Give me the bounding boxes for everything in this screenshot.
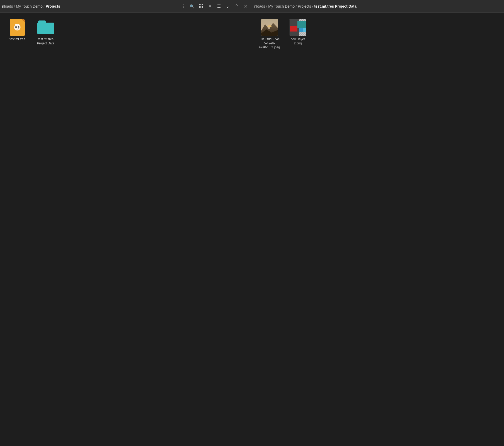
svg-rect-23	[303, 28, 306, 32]
right-file-content: _3f85f8d3-74e5-42e6-a2a0-1...2.jpeg	[252, 13, 504, 446]
svg-rect-0	[199, 4, 201, 5]
panels-container: nloads / My Touch Demo / Projects ⋮ 🔍	[0, 0, 504, 446]
list-view-button[interactable]: ☰	[215, 2, 223, 11]
svg-rect-3	[202, 6, 203, 8]
svg-rect-21	[297, 21, 306, 28]
breadcrumb-sep-2: /	[44, 4, 45, 8]
breadcrumb-current-projects: Projects	[46, 4, 60, 8]
file-item-png[interactable]: new_layer2.png	[285, 17, 311, 52]
svg-point-8	[18, 27, 19, 28]
right-toolbar: nloads / My Touch Demo / Projects / test…	[252, 0, 504, 13]
svg-point-7	[16, 27, 17, 28]
file-item-tres[interactable]: test.mt.tres	[4, 17, 30, 48]
svg-point-10	[18, 24, 19, 25]
svg-rect-2	[199, 6, 201, 8]
right-breadcrumb-sep-2: /	[296, 4, 297, 8]
right-breadcrumb-current: test.mt.tres Project Data	[314, 4, 356, 8]
right-breadcrumb-item-downloads[interactable]: nloads	[254, 4, 265, 8]
right-breadcrumb-item-my-touch-demo[interactable]: My Touch Demo	[268, 4, 295, 8]
svg-rect-1	[202, 4, 203, 5]
list-view-icon: ☰	[217, 4, 221, 9]
folder-body	[37, 23, 54, 34]
left-toolbar-actions: ⋮ 🔍 ▾	[179, 2, 250, 11]
png-thumbnail	[290, 19, 306, 36]
svg-rect-20	[290, 26, 297, 32]
file-label-png: new_layer2.png	[291, 37, 305, 45]
godot-logo-svg	[13, 23, 22, 32]
file-icon-folder-wrapper	[37, 19, 54, 36]
right-breadcrumb-sep-1: /	[266, 4, 267, 8]
breadcrumb-item-downloads[interactable]: nloads	[2, 4, 13, 8]
file-icon-png-wrapper	[290, 19, 306, 36]
search-icon: 🔍	[190, 4, 194, 8]
file-icon-tres-wrapper	[9, 19, 26, 36]
nav-down-icon: ⌄	[226, 3, 230, 9]
left-toolbar: nloads / My Touch Demo / Projects ⋮ 🔍	[0, 0, 252, 13]
more-options-icon: ⋮	[181, 4, 185, 9]
view-toggle-button[interactable]	[197, 2, 205, 11]
tres-icon	[10, 19, 25, 36]
more-options-button[interactable]: ⋮	[179, 2, 187, 11]
file-label-folder: test.mt.tresProject Data	[37, 37, 54, 45]
nav-up-icon: ⌃	[235, 3, 239, 9]
nav-down-button[interactable]: ⌄	[224, 2, 232, 11]
right-breadcrumb-sep-3: /	[312, 4, 313, 8]
grid-view-icon	[199, 4, 203, 9]
breadcrumb-item-my-touch-demo[interactable]: My Touch Demo	[16, 4, 43, 8]
jpeg-thumbnail	[261, 19, 278, 36]
nav-up-button[interactable]: ⌃	[233, 2, 241, 11]
svg-rect-22	[299, 28, 303, 32]
left-breadcrumb: nloads / My Touch Demo / Projects	[2, 4, 178, 8]
view-dropdown-button[interactable]: ▾	[206, 2, 214, 11]
right-breadcrumb: nloads / My Touch Demo / Projects / test…	[254, 4, 502, 8]
file-item-folder[interactable]: test.mt.tresProject Data	[33, 17, 59, 48]
left-panel: nloads / My Touch Demo / Projects ⋮ 🔍	[0, 0, 252, 446]
file-label-tres: test.mt.tres	[9, 37, 25, 42]
close-button[interactable]: ✕	[242, 2, 250, 11]
file-icon-jpeg-wrapper	[261, 19, 278, 36]
layer-svg	[290, 19, 306, 36]
breadcrumb-sep-1: /	[14, 4, 15, 8]
svg-point-4	[14, 24, 20, 30]
file-item-jpeg[interactable]: _3f85f8d3-74e5-42e6-a2a0-1...2.jpeg	[256, 17, 283, 52]
svg-point-9	[15, 24, 17, 25]
close-icon: ✕	[244, 3, 248, 9]
right-breadcrumb-item-projects[interactable]: Projects	[298, 4, 311, 8]
file-label-jpeg: _3f85f8d3-74e5-42e6-a2a0-1...2.jpeg	[259, 37, 280, 50]
landscape-svg	[261, 19, 278, 36]
right-panel: nloads / My Touch Demo / Projects / test…	[252, 0, 504, 446]
svg-point-14	[267, 25, 272, 27]
search-button[interactable]: 🔍	[188, 2, 196, 11]
folder-icon	[37, 20, 54, 34]
left-file-content: test.mt.tres test.mt.tresProject Data	[0, 13, 252, 446]
chevron-down-icon: ▾	[209, 4, 211, 9]
